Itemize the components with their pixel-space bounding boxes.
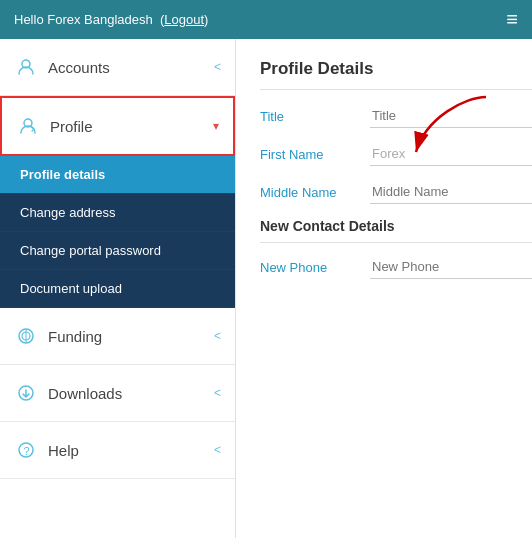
submenu-item-document-upload[interactable]: Document upload [0, 270, 235, 308]
downloads-arrow: < [214, 386, 221, 400]
new-phone-label: New Phone [260, 260, 370, 275]
sidebar: Accounts < Profile ▾ Profile details Cha… [0, 39, 236, 538]
sidebar-item-help[interactable]: ? Help < [0, 422, 235, 479]
downloads-label: Downloads [48, 385, 214, 402]
content-title: Profile Details [260, 59, 532, 90]
main-layout: Accounts < Profile ▾ Profile details Cha… [0, 39, 532, 538]
submenu-item-profile-details[interactable]: Profile details [0, 156, 235, 194]
firstname-field-row: First Name [260, 142, 532, 166]
svg-text:?: ? [24, 445, 30, 457]
profile-arrow: ▾ [213, 119, 219, 133]
accounts-arrow: < [214, 60, 221, 74]
top-header: Hello Forex Bangladesh (Logout) ≡ [0, 0, 532, 39]
sidebar-item-funding[interactable]: Funding < [0, 308, 235, 365]
middlename-input[interactable] [370, 180, 532, 204]
title-input[interactable] [370, 104, 532, 128]
new-phone-input[interactable] [370, 255, 532, 279]
content-area: Profile Details Title First Name Middle … [236, 39, 532, 538]
help-arrow: < [214, 443, 221, 457]
sidebar-item-accounts[interactable]: Accounts < [0, 39, 235, 96]
logout-link[interactable]: Logout [164, 12, 204, 27]
funding-arrow: < [214, 329, 221, 343]
middlename-field-row: Middle Name [260, 180, 532, 204]
funding-label: Funding [48, 328, 214, 345]
help-label: Help [48, 442, 214, 459]
sidebar-item-downloads[interactable]: Downloads < [0, 365, 235, 422]
sidebar-item-profile[interactable]: Profile ▾ [0, 96, 235, 156]
profile-submenu: Profile details Change address Change po… [0, 156, 235, 308]
submenu-item-change-portal-password[interactable]: Change portal password [0, 232, 235, 270]
downloads-icon [14, 381, 38, 405]
funding-icon [14, 324, 38, 348]
firstname-input[interactable] [370, 142, 532, 166]
new-phone-field-row: New Phone [260, 255, 532, 279]
firstname-label: First Name [260, 147, 370, 162]
title-field-row: Title [260, 104, 532, 128]
profile-icon [16, 114, 40, 138]
accounts-label: Accounts [48, 59, 214, 76]
help-icon: ? [14, 438, 38, 462]
submenu-item-change-address[interactable]: Change address [0, 194, 235, 232]
hamburger-icon[interactable]: ≡ [506, 8, 518, 31]
title-label: Title [260, 109, 370, 124]
profile-label: Profile [50, 118, 213, 135]
header-greeting: Hello Forex Bangladesh (Logout) [14, 12, 208, 27]
middlename-label: Middle Name [260, 185, 370, 200]
accounts-icon [14, 55, 38, 79]
new-contact-title: New Contact Details [260, 218, 532, 243]
